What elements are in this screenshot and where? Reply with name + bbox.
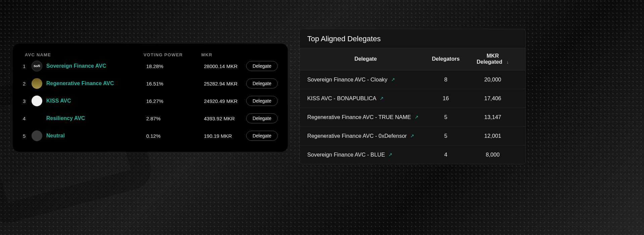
delegate-name-link[interactable]: Sovereign Finance AVC - BLUE ↗ [307,151,424,159]
avc-voting-power: 2.87% [146,116,204,121]
delegates-table-header: Delegate Delegators MKR Delegated ↓ [300,48,525,70]
delegate-name-link[interactable]: Sovereign Finance AVC - Cloaky ↗ [307,76,424,83]
avc-header-mkr: MKR [201,52,278,57]
external-link-icon: ↗ [415,114,419,121]
avc-row: 2 Regenerative Finance AVC 16.51% 25282.… [23,75,278,92]
delegate-delegators: 16 [424,95,468,102]
avc-mkr: 4393.92 MKR [204,116,246,121]
avc-header-name: AVC NAME [23,52,144,57]
avc-mkr: 24920.49 MKR [204,98,246,104]
avc-mkr: 190.19 MKR [204,133,246,139]
delegate-row: Sovereign Finance AVC - Cloaky ↗ 8 20,00… [300,70,525,89]
avc-name-link[interactable]: Sovereign Finance AVC [46,63,146,69]
avc-avatar [32,113,42,124]
delegate-name-link[interactable]: Regenerative Finance AVC - 0xDefensor ↗ [307,132,424,140]
delegate-mkr: 17,406 [468,95,518,102]
delegate-name-text: Regenerative Finance AVC - TRUE NAME [307,114,411,120]
delegate-row: Sovereign Finance AVC - BLUE ↗ 4 8,000 [300,145,525,164]
top-delegates-title: Top Aligned Delegates [300,29,525,48]
delegate-name-text: Regenerative Finance AVC - 0xDefensor [307,133,407,139]
avc-row: 3 KISS AVC 16.27% 24920.49 MKR Delegate [23,92,278,110]
delegate-button[interactable]: Delegate [246,96,278,106]
avc-name-link[interactable]: Neutral [46,133,146,139]
avc-name-link[interactable]: Regenerative Finance AVC [46,80,146,86]
avc-row-index: 5 [23,133,30,139]
delegate-name-text: Sovereign Finance AVC - Cloaky [307,76,387,82]
delegate-mkr: 13,147 [468,114,518,120]
avc-row: 4 Resiliency AVC 2.87% 4393.92 MKR Deleg… [23,110,278,127]
avc-avatar: So/fi [32,61,42,71]
avc-avatar [32,78,42,89]
delegate-button[interactable]: Delegate [246,78,278,89]
avc-row-index: 2 [23,81,30,86]
external-link-icon: ↗ [388,152,392,158]
delegate-row: Regenerative Finance AVC - 0xDefensor ↗ … [300,127,525,145]
delegate-name-link[interactable]: KISS AVC - BONAPUBLICA ↗ [307,95,424,102]
delegate-button[interactable]: Delegate [246,131,278,141]
avc-name-link[interactable]: KISS AVC [46,98,146,104]
delegate-name-text: KISS AVC - BONAPUBLICA [307,95,376,101]
avc-row-index: 4 [23,116,30,121]
delegate-delegators: 5 [424,114,468,120]
avc-avatar [32,96,42,106]
sort-descending-icon: ↓ [506,59,509,65]
top-delegates-card: Top Aligned Delegates Delegate Delegator… [300,29,526,164]
avc-mkr: 25282.94 MKR [204,81,246,86]
delegate-button[interactable]: Delegate [246,61,278,71]
external-link-icon: ↗ [391,76,395,83]
avc-name-link[interactable]: Resiliency AVC [46,115,146,121]
delegate-delegators: 5 [424,133,468,139]
avc-table-card: AVC NAME VOTING POWER MKR 1 So/fi Sovere… [13,44,288,152]
delegates-header-mkr-delegated[interactable]: MKR Delegated ↓ [468,53,518,65]
delegate-row: KISS AVC - BONAPUBLICA ↗ 16 17,406 [300,89,525,108]
delegate-row: Regenerative Finance AVC - TRUE NAME ↗ 5… [300,108,525,127]
avc-table-header: AVC NAME VOTING POWER MKR [23,52,278,57]
avc-header-voting-power: VOTING POWER [144,52,201,57]
external-link-icon: ↗ [380,95,384,102]
delegate-name-text: Sovereign Finance AVC - BLUE [307,152,385,158]
external-link-icon: ↗ [410,133,414,139]
avc-mkr: 28000.14 MKR [204,63,246,69]
delegate-mkr: 20,000 [468,76,518,83]
delegate-delegators: 4 [424,152,468,158]
delegate-mkr: 8,000 [468,152,518,158]
avc-avatar [32,130,42,141]
delegates-header-mkr-delegated-label: MKR Delegated [477,53,502,65]
avc-row: 1 So/fi Sovereign Finance AVC 18.28% 280… [23,57,278,75]
avc-voting-power: 16.51% [146,81,204,86]
avc-row-index: 1 [23,63,30,69]
avc-row: 5 Neutral 0.12% 190.19 MKR Delegate [23,127,278,144]
delegate-delegators: 8 [424,76,468,83]
delegate-button[interactable]: Delegate [246,113,278,123]
delegate-name-link[interactable]: Regenerative Finance AVC - TRUE NAME ↗ [307,113,424,121]
avc-voting-power: 16.27% [146,98,204,104]
delegates-header-delegators[interactable]: Delegators [424,56,468,62]
delegates-header-delegate[interactable]: Delegate [307,56,424,62]
avc-voting-power: 18.28% [146,63,204,69]
avc-voting-power: 0.12% [146,133,204,139]
avc-row-index: 3 [23,98,30,104]
delegate-mkr: 12,001 [468,133,518,139]
